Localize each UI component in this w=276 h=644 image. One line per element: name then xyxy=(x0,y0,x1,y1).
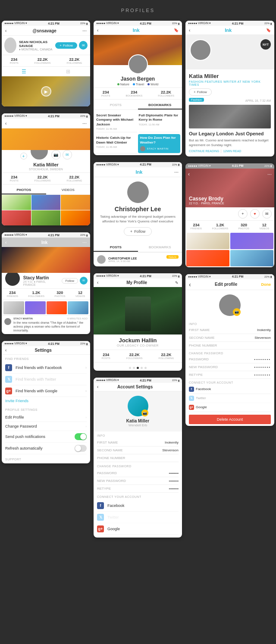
nav-dots-6[interactable]: ··· xyxy=(267,171,272,177)
nav-dots-5[interactable]: ··· xyxy=(174,169,179,175)
msg-btn-6[interactable]: ✉ xyxy=(262,209,272,219)
dot-world xyxy=(147,83,150,85)
avatar-10: 📷 xyxy=(128,396,148,416)
facebook-find[interactable]: f Find friends with Facebook › xyxy=(5,362,87,374)
follow-btn-1[interactable]: + Follow xyxy=(55,42,77,49)
form-10: INFO FIRST NAME Inokently SECOND NAME St… xyxy=(94,431,182,538)
password-row-10: PASSWORD •••••••• xyxy=(97,469,179,477)
gp-icon-10: g+ xyxy=(97,525,104,532)
signal-1: ●●●●● VIRGIN ▾ xyxy=(4,22,27,25)
change-password-row[interactable]: Change Password › xyxy=(5,422,87,431)
nyt-logo: NYT xyxy=(260,39,271,50)
nav-4: ‹ ··· xyxy=(2,119,90,128)
nav-bookmark-3[interactable]: 🔖 xyxy=(266,28,271,32)
change-password-label: Change Password xyxy=(5,424,37,428)
status-bar-1: ●●●●● VIRGIN ▾ 4:21 PM 22%▮ xyxy=(2,21,90,26)
profile-name-4: Katia Miller xyxy=(2,162,90,167)
camera-btn-4[interactable]: 📷 xyxy=(51,150,61,159)
invite-link[interactable]: Invite Friends xyxy=(5,397,87,405)
stat-label-following-1: FOLLOWING xyxy=(66,62,82,64)
connect-title-10: CONNECT YOUR ACCOUNT xyxy=(97,495,179,498)
delete-account-btn[interactable]: Delete Account xyxy=(189,415,271,424)
nav-9: ‹ My Profile ✎ xyxy=(94,278,182,287)
gp-label-10: Google xyxy=(107,527,120,531)
nav-title-5: Ink xyxy=(104,169,174,175)
firstname-value-11[interactable]: Inokently xyxy=(257,328,271,332)
tab-posts-5[interactable]: POSTS xyxy=(94,244,138,252)
camera-badge-10[interactable]: 📷 xyxy=(141,410,148,416)
follow-btn-3[interactable]: + Follow xyxy=(189,88,212,96)
heart-btn-6[interactable]: ♥ xyxy=(250,209,260,219)
tw-label-10: Twitter xyxy=(107,515,119,519)
list-view-icon[interactable]: ☰ xyxy=(22,69,26,75)
secondname-label-11: SECOND NAME xyxy=(189,336,215,340)
dot-4 xyxy=(141,367,143,369)
post-date-5: APRIL 14, 9:36 AM xyxy=(108,260,164,263)
post-1-2[interactable]: Secret Sneaker Company with Michael Jack… xyxy=(96,112,137,132)
dot-nature xyxy=(117,83,119,85)
tab-videos[interactable]: VIDEOS xyxy=(46,186,91,194)
form-11: INFO FIRST NAME Inokently SECOND NAME St… xyxy=(185,319,274,426)
stat-following-1: 22.2K FOLLOWING xyxy=(66,57,82,64)
post-3-2[interactable]: Historic Catch-Up for Dawn Wall Climber … xyxy=(96,134,137,153)
msg-btn-4[interactable]: ✉ xyxy=(63,150,72,159)
post-2-2[interactable]: Full Diplomatic Plate for Kerry in Rome … xyxy=(139,112,180,132)
pp-header-7: STACY MARTIN 6 MINUTES AGO xyxy=(13,317,88,320)
post-tag-5: Nature xyxy=(166,255,179,259)
grid-view-icon[interactable]: ⊞ xyxy=(66,69,70,75)
retype-row-10: RETYPE •••••••• xyxy=(97,485,179,493)
tab-bookmarks-5[interactable]: BOOKMARKS xyxy=(138,244,182,252)
nav-dots-1[interactable]: ··· xyxy=(82,28,87,34)
newpw-value-11[interactable]: •••••••• xyxy=(254,365,271,369)
photo-4 xyxy=(2,210,31,225)
nav-3: ‹ Ink 🔖 xyxy=(185,26,274,35)
nav-bookmark-2[interactable]: 🔖 xyxy=(174,28,179,32)
firstname-row-10: FIRST NAME Inokently xyxy=(97,439,179,447)
google-label: Find friends with Google xyxy=(16,389,57,393)
fb-connect-10[interactable]: f Facebook xyxy=(97,500,179,512)
google-find[interactable]: g+ Find friends with Google › xyxy=(5,385,87,397)
gp-connect-11[interactable]: g+ Google xyxy=(189,403,271,412)
follow-btn-7[interactable]: Follow xyxy=(62,278,78,284)
dot-travel xyxy=(133,83,135,85)
read-more-3[interactable]: CONTINUE READING 12MIN READ xyxy=(189,150,271,153)
refresh-toggle[interactable] xyxy=(75,445,87,452)
tw-icon-11: 𝕏 xyxy=(189,396,194,401)
stats-9: 234 POSTS 22.2K FOLLOWERS 22.2K FOLLOWIN… xyxy=(94,350,182,363)
stat-followers-9: 22.2K FOLLOWERS xyxy=(126,353,143,360)
edit-icon-9[interactable]: ✎ xyxy=(175,281,179,285)
tab-bookmarks-2[interactable]: BOOKMARKS xyxy=(138,101,182,109)
support-section: SUPPORT xyxy=(2,455,90,463)
gp-connect-10[interactable]: g+ Google xyxy=(97,523,179,535)
done-btn-11[interactable]: Done xyxy=(261,282,271,287)
nav-dots-4[interactable]: ··· xyxy=(82,120,87,126)
password-value-11[interactable]: •••••••• xyxy=(254,357,271,361)
nav-dots-7[interactable]: ··· xyxy=(82,239,87,245)
status-bar-11: ●●●●● VIRGIN ▾ 4:21 PM 22%▮ xyxy=(185,274,274,279)
newpassword-row-10: NEW PASSWORD •••••••• xyxy=(97,477,179,485)
interest-travel: Travel xyxy=(133,83,144,86)
message-btn-1[interactable]: ✉ xyxy=(79,41,88,50)
retype-value-11[interactable]: •••••••• xyxy=(254,373,271,377)
secondname-value-11[interactable]: Stevenson xyxy=(254,336,271,340)
follow-btn-5[interactable]: + Follow xyxy=(124,227,152,236)
fb-connect-11[interactable]: f Facebook xyxy=(189,385,271,394)
tab-photos[interactable]: PHOTOS xyxy=(2,186,46,194)
message-btn-7[interactable]: ✉ xyxy=(80,277,88,284)
pp-time-7: 6 MINUTES AGO xyxy=(67,317,88,320)
phone-label-10: PHONE NUMBER xyxy=(97,456,125,460)
post-4-2[interactable]: How Do Zoos Plan for Weather? STACY MART… xyxy=(138,134,181,153)
nav-back-6[interactable]: ‹ xyxy=(188,171,190,177)
password-value-10: •••••••• xyxy=(169,471,179,475)
add-btn-6[interactable]: + xyxy=(238,209,248,219)
camera-btn-11[interactable]: 📷 xyxy=(233,308,241,316)
battery-3: 22%▮ xyxy=(264,22,272,25)
edit-profile-row[interactable]: Edit Profile › xyxy=(5,413,87,422)
add-btn-4[interactable]: + xyxy=(20,153,27,159)
push-notif-toggle[interactable] xyxy=(75,433,87,440)
tab-posts-2[interactable]: POSTS xyxy=(94,101,138,109)
nav-title-9: My Profile xyxy=(98,280,175,285)
back-btn-4[interactable]: ‹ xyxy=(5,121,6,126)
signal-7: ●●●●● VIRGIN ▾ xyxy=(4,233,27,237)
play-btn-1[interactable]: ▶ xyxy=(41,86,51,97)
